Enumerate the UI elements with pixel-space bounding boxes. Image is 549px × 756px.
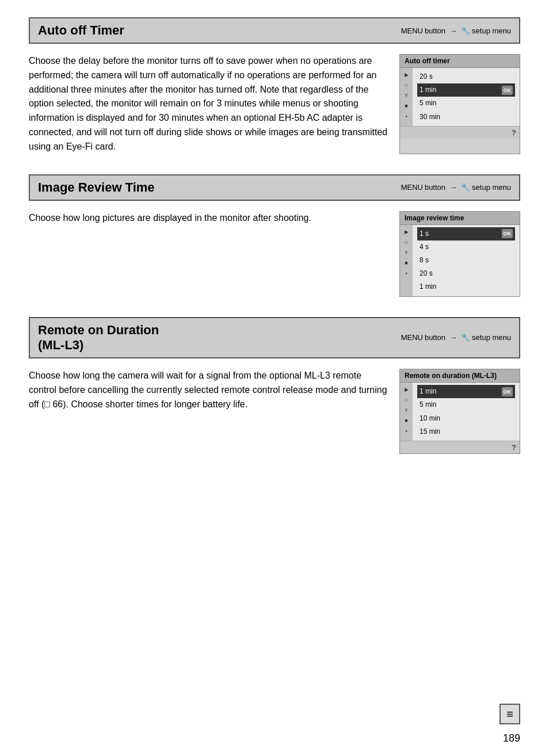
nav-button-label-3: button: [425, 333, 445, 342]
screen-icon-1: ▶: [402, 70, 411, 79]
book-icon: ≡: [500, 704, 520, 724]
auto-off-timer-section: Auto off Timer MENU button → 🔧 setup men…: [29, 17, 520, 154]
nav-button-label: button: [425, 26, 445, 35]
image-review-time-nav: MENU button → 🔧 setup menu: [401, 183, 511, 192]
screen-left-icons-2: ▶ ○ Y ■ ▪: [400, 225, 413, 296]
image-review-item-1s: 1 s OK: [417, 227, 515, 240]
remote-on-duration-nav: MENU button → 🔧 setup menu: [401, 333, 511, 342]
remote-on-duration-title: Remote on Duration (ML-L3): [38, 323, 159, 353]
nav-arrow: →: [449, 26, 457, 35]
screen-icon-2: ○: [402, 81, 411, 90]
image-review-content: Choose how long pictures are displayed i…: [29, 211, 520, 297]
nav-menu-word-3: MENU: [401, 333, 423, 342]
remote-on-duration-content: Choose how long the camera will wait for…: [29, 369, 520, 454]
wrench-icon: 🔧: [461, 26, 470, 35]
screen-icon-ir-1: ▶: [402, 227, 411, 236]
remote-on-duration-screen: Remote on duration (ML-L3) ▶ ○ Y ■ ▪ 1 m…: [399, 369, 520, 454]
screen-icon-ir-5: ▪: [402, 269, 411, 278]
nav-setup-label-3: setup menu: [472, 333, 511, 342]
book-icon-symbol: ≡: [506, 708, 513, 721]
ok-badge-remote: OK: [502, 387, 513, 396]
wrench-icon-3: 🔧: [461, 333, 470, 342]
screen-icon-4: ■: [402, 101, 411, 110]
image-review-time-section: Image Review Time MENU button → 🔧 setup …: [29, 174, 520, 297]
screen-left-icons: ▶ ○ Y ■ ▪: [400, 68, 413, 126]
nav-arrow-2: →: [449, 183, 457, 192]
image-review-screen: Image review time ▶ ○ Y ■ ▪ 1 s O: [399, 211, 520, 297]
image-review-body: Choose how long pictures are displayed i…: [29, 211, 388, 297]
screen-bottom-auto-off: ?: [400, 126, 520, 139]
auto-off-timer-body: Choose the delay before the monitor turn…: [29, 54, 388, 154]
help-icon-remote: ?: [512, 443, 516, 452]
image-review-item-4s: 4 s: [417, 240, 515, 254]
image-review-menu-items: 1 s OK 4 s 8 s 20 s: [413, 225, 520, 296]
screen-icon-ir-4: ■: [402, 258, 411, 268]
screen-title-remote: Remote on duration (ML-L3): [400, 369, 520, 383]
nav-arrow-3: →: [449, 333, 457, 342]
remote-on-duration-body: Choose how long the camera will wait for…: [29, 369, 388, 454]
screen-icon-ir-3: Y: [402, 248, 411, 257]
remote-item-1min: 1 min OK: [417, 385, 515, 398]
nav-button-label-2: button: [425, 183, 445, 192]
screen-icon-r-3: Y: [402, 406, 411, 415]
remote-title-line2: (ML-L3): [38, 338, 159, 353]
remote-item-5min: 5 min: [417, 398, 515, 411]
auto-off-item-5min: 5 min: [417, 97, 515, 110]
auto-off-item-30min: 30 min: [417, 110, 515, 124]
wrench-icon-2: 🔧: [461, 183, 470, 192]
screen-bottom-remote: ?: [400, 441, 520, 453]
book-icon-area: ≡: [500, 704, 520, 724]
screen-icon-r-2: ○: [402, 395, 411, 404]
remote-item-10min: 10 min: [417, 412, 515, 425]
nav-setup-label: setup menu: [472, 26, 511, 35]
screen-icon-r-1: ▶: [402, 385, 411, 394]
screen-icon-r-5: ▪: [402, 426, 411, 436]
image-review-time-title: Image Review Time: [38, 180, 155, 195]
auto-off-item-20s: 20 s: [417, 70, 515, 83]
screen-title-image-review: Image review time: [400, 212, 520, 225]
screen-icon-3: Y: [402, 91, 411, 100]
auto-off-item-1min: 1 min OK: [417, 83, 515, 97]
remote-item-15min: 15 min: [417, 425, 515, 438]
nav-menu-word-2: MENU: [401, 183, 423, 192]
auto-off-timer-header: Auto off Timer MENU button → 🔧 setup men…: [29, 17, 520, 44]
auto-off-timer-nav: MENU button → 🔧 setup menu: [401, 26, 511, 35]
remote-on-duration-header: Remote on Duration (ML-L3) MENU button →…: [29, 317, 520, 359]
auto-off-timer-screen: Auto off timer ▶ ○ Y ■ ▪ 20 s: [399, 54, 520, 154]
page-number: 189: [503, 732, 520, 744]
screen-left-icons-3: ▶ ○ Y ■ ▪: [400, 383, 413, 441]
screen-icon-5: ▪: [402, 112, 411, 121]
help-icon: ?: [512, 128, 516, 137]
nav-setup-label-2: setup menu: [472, 183, 511, 192]
screen-icon-ir-2: ○: [402, 238, 411, 247]
auto-off-menu-items: 20 s 1 min OK 5 min 30 min: [413, 68, 520, 126]
ok-badge-ir: OK: [502, 229, 513, 238]
remote-on-duration-menu-items: 1 min OK 5 min 10 min 15 min: [413, 383, 520, 441]
screen-icon-r-4: ■: [402, 416, 411, 425]
image-review-item-8s: 8 s: [417, 254, 515, 267]
auto-off-timer-title: Auto off Timer: [38, 23, 124, 38]
image-review-item-1min: 1 min: [417, 280, 515, 293]
nav-menu-word: MENU: [401, 26, 423, 35]
auto-off-timer-content: Choose the delay before the monitor turn…: [29, 54, 520, 154]
image-review-time-header: Image Review Time MENU button → 🔧 setup …: [29, 174, 520, 201]
remote-title-line1: Remote on Duration: [38, 323, 159, 338]
image-review-item-20s: 20 s: [417, 267, 515, 280]
ok-badge: OK: [502, 86, 513, 95]
remote-on-duration-section: Remote on Duration (ML-L3) MENU button →…: [29, 317, 520, 455]
screen-title-auto-off: Auto off timer: [400, 55, 520, 68]
